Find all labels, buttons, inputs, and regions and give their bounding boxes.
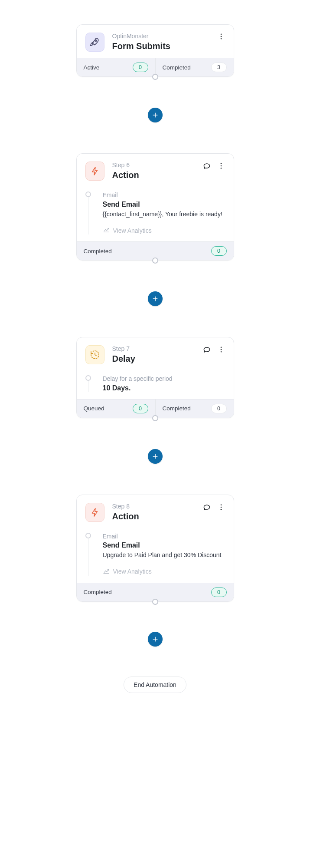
queued-label: Queued [84, 405, 104, 412]
connector-line [155, 646, 155, 677]
completed-label: Completed [84, 589, 112, 595]
trigger-subtitle: OptinMonster [112, 33, 209, 40]
connector-dot [152, 257, 158, 264]
connector-line [155, 602, 155, 632]
completed-label: Completed [84, 248, 112, 254]
step-card-delay[interactable]: Step 7 Delay Delay for a specific period [76, 337, 234, 418]
connector-line [155, 122, 155, 153]
step-card-action[interactable]: Step 6 Action Email Send Email [76, 153, 234, 261]
completed-count-badge[interactable]: 0 [211, 587, 227, 597]
step-type: Delay [112, 353, 195, 364]
step-type: Action [112, 511, 195, 521]
queued-count-badge[interactable]: 0 [133, 404, 148, 413]
completed-label: Completed [163, 405, 191, 412]
more-vertical-icon[interactable] [217, 346, 225, 353]
step-type: Action [112, 170, 195, 180]
more-vertical-icon[interactable] [217, 503, 225, 511]
svg-point-10 [220, 504, 222, 505]
timeline-dot [85, 375, 91, 381]
rocket-icon [85, 33, 104, 52]
connector-line [155, 418, 155, 449]
detail-title: Send Email [103, 201, 225, 208]
timeline-dot [85, 191, 91, 197]
svg-point-8 [220, 349, 222, 350]
detail-desc: {{contact_first_name}}, Your freebie is … [103, 210, 225, 219]
analytics-label: View Analytics [113, 568, 152, 575]
connector-dot [152, 415, 158, 421]
completed-label: Completed [163, 64, 191, 71]
bolt-icon [85, 503, 104, 522]
more-vertical-icon[interactable] [217, 162, 225, 170]
step-label: Step 8 [112, 503, 195, 510]
detail-desc: Upgrade to Paid Plan and get 30% Discoun… [103, 551, 225, 560]
svg-point-3 [220, 38, 222, 40]
trigger-card[interactable]: OptinMonster Form Submits Active 0 Compl… [76, 24, 234, 77]
add-step-button[interactable] [148, 108, 163, 122]
detail-label: Email [103, 532, 225, 541]
completed-count-badge[interactable]: 0 [211, 246, 227, 256]
step-label: Step 7 [112, 345, 195, 353]
view-analytics-link[interactable]: View Analytics [103, 226, 225, 234]
svg-point-9 [220, 351, 222, 353]
bolt-icon [85, 162, 104, 181]
completed-count-badge[interactable]: 0 [211, 404, 227, 413]
step-label: Step 6 [112, 162, 195, 169]
more-vertical-icon[interactable] [217, 33, 225, 40]
view-analytics-link[interactable]: View Analytics [103, 568, 225, 576]
chat-icon[interactable] [202, 503, 211, 512]
detail-label: Email [103, 191, 225, 200]
svg-point-2 [220, 36, 222, 37]
svg-point-5 [220, 165, 222, 167]
completed-count-badge[interactable]: 3 [211, 63, 227, 72]
add-step-button[interactable] [148, 632, 163, 647]
svg-point-12 [220, 509, 222, 510]
detail-label: Delay for a specific period [103, 375, 225, 383]
connector-dot [152, 599, 158, 605]
growth-chart-icon [103, 568, 110, 576]
end-automation-pill[interactable]: End Automation [124, 677, 186, 693]
active-count-badge[interactable]: 0 [133, 63, 148, 72]
svg-point-6 [220, 168, 222, 169]
connector-line [155, 463, 155, 495]
add-step-button[interactable] [148, 449, 163, 464]
growth-chart-icon [103, 226, 110, 234]
trigger-title: Form Submits [112, 41, 209, 51]
detail-title: 10 Days. [103, 384, 225, 392]
timeline-dot [85, 533, 91, 538]
chat-icon[interactable] [202, 345, 211, 354]
step-card-action[interactable]: Step 8 Action Email Send Email [76, 495, 234, 602]
svg-point-4 [220, 163, 222, 164]
detail-title: Send Email [103, 541, 225, 549]
connector-dot [152, 74, 158, 80]
connector-line [155, 306, 155, 337]
connector-line [155, 261, 155, 292]
clock-icon [85, 345, 104, 364]
analytics-label: View Analytics [113, 227, 152, 234]
add-step-button[interactable] [148, 291, 163, 306]
svg-point-7 [220, 347, 222, 348]
svg-point-11 [220, 506, 222, 508]
chat-icon[interactable] [202, 162, 211, 170]
connector-line [155, 77, 155, 108]
active-label: Active [84, 64, 100, 71]
svg-point-0 [95, 40, 96, 41]
svg-point-1 [220, 33, 222, 35]
